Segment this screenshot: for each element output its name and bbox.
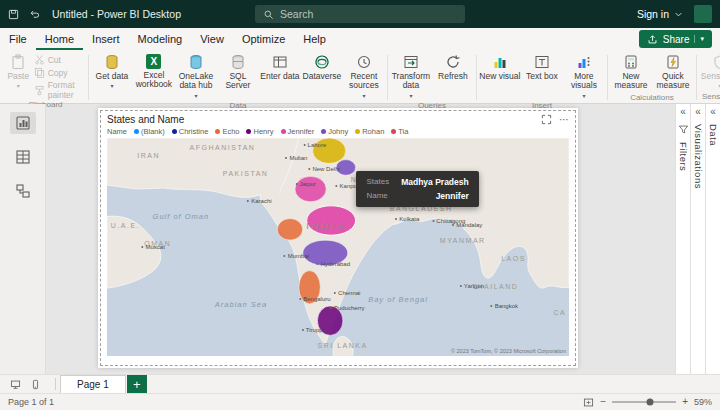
search-input[interactable]: Search (255, 5, 465, 23)
map-visual[interactable]: States and Name ⋯ Name (Blank)ChristineE… (100, 110, 576, 366)
page-tab[interactable]: Page 1 (60, 375, 126, 393)
data-pane-collapsed[interactable]: « Data (705, 104, 720, 374)
visualizations-pane-collapsed[interactable]: « Visualizations (690, 104, 705, 374)
legend-item[interactable]: Johny (321, 127, 348, 136)
country-label-india: INDIA (306, 220, 346, 231)
transform-data-button[interactable]: Transform data ▾ (390, 52, 432, 101)
ribbon: Paste ▾ Cut Copy Format painter Clipboar… (0, 50, 720, 104)
expand-pane-icon[interactable]: « (680, 107, 686, 117)
city-label: Chennai (334, 290, 360, 296)
quick-measure-button[interactable]: Quick measure (652, 52, 694, 93)
expand-pane-icon[interactable]: « (695, 107, 701, 117)
legend-item[interactable]: Christine (172, 127, 209, 136)
city-label: Mandalay (452, 222, 482, 228)
report-page[interactable]: States and Name ⋯ Name (Blank)ChristineE… (98, 108, 578, 368)
legend-label: Henry (253, 127, 273, 136)
fit-to-page-icon[interactable] (583, 397, 594, 408)
filters-pane-label: Filters (678, 142, 689, 171)
zoom-in-button[interactable]: + (682, 397, 688, 407)
legend-label: Christine (179, 127, 209, 136)
map-area[interactable]: IRANAFGHANISTANPAKISTANNEPALBHUTANBANGLA… (107, 138, 569, 356)
data-view-icon (15, 149, 31, 165)
ribbon-separator (387, 55, 388, 100)
legend-label: (Blank) (141, 127, 165, 136)
tooltip-value: Madhya Pradesh (401, 177, 469, 187)
mobile-layout-icon[interactable] (30, 379, 41, 390)
refresh-icon (445, 54, 461, 70)
add-page-button[interactable]: + (127, 375, 147, 393)
cut-button[interactable]: Cut (32, 54, 86, 65)
more-visuals-icon (576, 54, 592, 70)
copy-button[interactable]: Copy (32, 67, 86, 78)
desktop-layout-icon[interactable] (10, 379, 21, 390)
filters-pane-collapsed[interactable]: « Filters (675, 104, 690, 374)
sign-in-button[interactable]: Sign in (637, 8, 684, 20)
menu-view[interactable]: View (191, 28, 233, 50)
city-label: Yangon (460, 283, 484, 289)
city-label: Bangkok (491, 303, 518, 309)
model-view-button[interactable] (10, 180, 36, 202)
legend-label: Tia (398, 127, 408, 136)
get-data-button[interactable]: Get data ▾ (91, 52, 133, 92)
paste-button[interactable]: Paste ▾ (5, 52, 32, 92)
menu-help[interactable]: Help (294, 28, 335, 50)
legend-dot (281, 129, 286, 134)
more-options-icon[interactable]: ⋯ (559, 114, 570, 125)
chevron-down-icon: ▾ (362, 93, 365, 100)
enter-data-button[interactable]: Enter data (259, 52, 301, 83)
report-canvas[interactable]: States and Name ⋯ Name (Blank)ChristineE… (46, 104, 675, 374)
dataverse-button[interactable]: Dataverse (301, 52, 343, 83)
menu-insert[interactable]: Insert (83, 28, 129, 50)
save-icon[interactable] (8, 9, 19, 20)
text-box-icon (534, 54, 550, 70)
clock-icon (356, 54, 372, 70)
report-view-button[interactable] (10, 112, 36, 134)
zoom-slider-thumb[interactable] (646, 399, 653, 406)
country-label: IRAN (137, 152, 160, 159)
format-painter-button[interactable]: Format painter (32, 80, 86, 100)
chevron-down-icon: ▾ (582, 93, 585, 100)
menu-home[interactable]: Home (36, 28, 83, 50)
copy-icon (34, 67, 45, 78)
sql-server-button[interactable]: SQL Server (217, 52, 259, 93)
recent-sources-button[interactable]: Recent sources ▾ (343, 52, 385, 101)
legend-item[interactable]: Echo (215, 127, 239, 136)
excel-workbook-button[interactable]: X Excel workbook (133, 52, 175, 92)
map-labels: IRANAFGHANISTANPAKISTANNEPALBHUTANBANGLA… (107, 138, 569, 356)
legend-item[interactable]: Rohan (355, 127, 384, 136)
ribbon-separator (476, 55, 477, 100)
legend-dot (355, 129, 360, 134)
onelake-data-hub-button[interactable]: OneLake data hub ▾ (175, 52, 217, 101)
account-button[interactable] (694, 5, 712, 23)
city-label: Bengaluru (299, 296, 330, 302)
menu-modeling[interactable]: Modeling (129, 28, 192, 50)
refresh-button[interactable]: Refresh (432, 52, 474, 83)
menu-file[interactable]: File (0, 28, 36, 50)
legend-item[interactable]: (Blank) (134, 127, 165, 136)
zoom-slider[interactable] (612, 401, 676, 403)
text-box-button[interactable]: Text box (521, 52, 563, 83)
expand-pane-icon[interactable]: « (710, 107, 716, 117)
legend-item[interactable]: Henry (246, 127, 273, 136)
share-button[interactable]: Share ▾ (639, 30, 712, 48)
city-label: New Delhi (308, 166, 339, 172)
quick-measure-icon (665, 54, 681, 70)
legend-item[interactable]: Tia (391, 127, 408, 136)
legend-label: Jennifer (288, 127, 315, 136)
sensitivity-button[interactable]: Sensitivity ▾ (699, 52, 720, 92)
main-area: States and Name ⋯ Name (Blank)ChristineE… (0, 104, 720, 374)
country-label: PAKISTAN (223, 169, 269, 176)
menu-optimize[interactable]: Optimize (233, 28, 294, 50)
legend-item[interactable]: Jennifer (281, 127, 315, 136)
city-label: Multan (285, 155, 307, 161)
status-bar: Page 1 of 1 − + 59% (0, 393, 720, 410)
zoom-out-button[interactable]: − (600, 397, 606, 407)
ribbon-separator (88, 55, 89, 100)
undo-icon[interactable] (29, 9, 40, 20)
new-visual-button[interactable]: New visual (479, 52, 521, 83)
more-visuals-button[interactable]: More visuals ▾ (563, 52, 605, 101)
group-label-calculations: Calculations (610, 93, 694, 104)
focus-mode-icon[interactable] (541, 114, 552, 125)
new-measure-button[interactable]: New measure (610, 52, 652, 93)
data-view-button[interactable] (10, 146, 36, 168)
